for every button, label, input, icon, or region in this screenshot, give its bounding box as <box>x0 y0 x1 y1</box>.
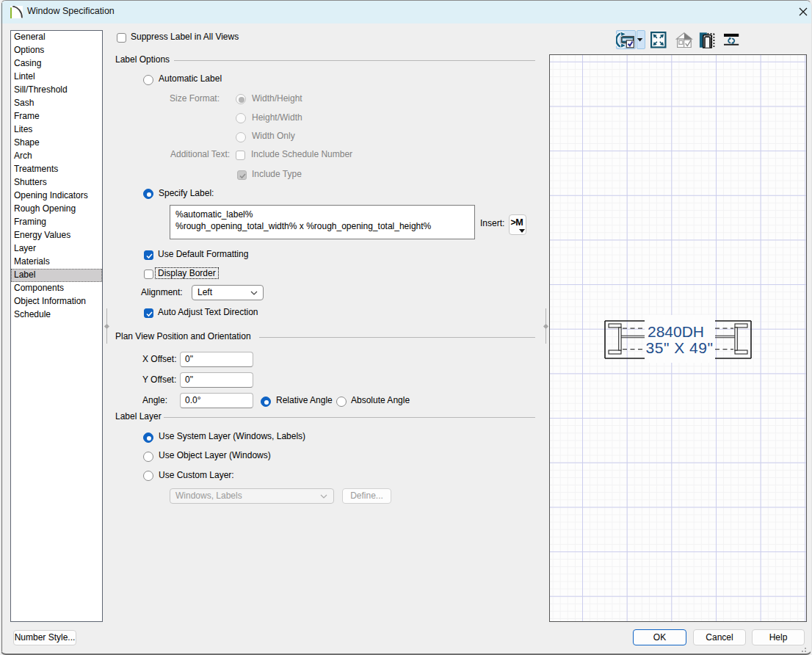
svg-text:2840DH: 2840DH <box>648 323 704 340</box>
svg-text:35" X 49": 35" X 49" <box>646 339 714 356</box>
